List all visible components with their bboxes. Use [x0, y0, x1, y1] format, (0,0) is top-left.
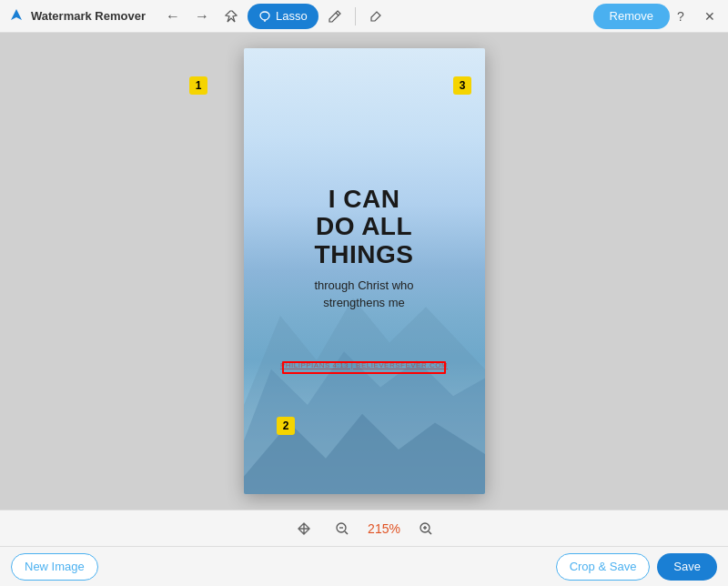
badge-1: 1 [189, 76, 207, 95]
svg-line-10 [429, 531, 431, 534]
zoom-in-button[interactable] [415, 518, 437, 540]
toolbar-separator [355, 7, 356, 25]
toolbar: ← → Lasso Remove [160, 4, 670, 29]
pan-button[interactable] [291, 516, 317, 541]
crop-save-button[interactable]: Crop & Save [556, 553, 651, 581]
close-button[interactable]: ✕ [699, 5, 721, 27]
app-title: Watermark Remover [31, 9, 146, 23]
image-text-block: I CAN DO ALL THINGS through Christ whost… [296, 186, 431, 312]
back-button[interactable]: ← [160, 4, 186, 29]
lasso-label: Lasso [276, 9, 308, 23]
erase-button[interactable] [363, 4, 389, 29]
footer-right-buttons: Crop & Save Save [556, 553, 717, 581]
zoom-out-button[interactable] [331, 518, 353, 540]
main-text-line1: I CAN DO ALL THINGS [314, 186, 413, 269]
badge-2: 2 [277, 417, 295, 435]
svg-marker-0 [11, 9, 22, 20]
new-image-button[interactable]: New Image [11, 553, 98, 581]
titlebar: Watermark Remover ← → Lasso [0, 0, 728, 33]
remove-button[interactable]: Remove [593, 4, 670, 29]
canvas-area: 1 3 I CAN DO ALL THINGS through [0, 33, 728, 510]
save-button[interactable]: Save [657, 553, 717, 581]
watermark-text: PHILIPPIANS 4:13 | BELIEVERSFEVER.COM [280, 361, 448, 369]
window-controls: ? ✕ [670, 5, 721, 27]
zoom-toolbar: 215% [0, 510, 728, 546]
svg-line-6 [345, 531, 348, 534]
badge-3: 3 [453, 76, 471, 95]
footer: New Image Crop & Save Save [0, 546, 728, 586]
lasso-button[interactable]: Lasso [248, 4, 318, 29]
sub-text: through Christ whostrengthens me [314, 277, 413, 312]
app-logo [7, 7, 25, 25]
forward-button[interactable]: → [189, 4, 215, 29]
help-button[interactable]: ? [670, 5, 692, 27]
pin-button[interactable] [218, 4, 244, 29]
zoom-level: 215% [368, 521, 400, 536]
pen-button[interactable] [322, 4, 348, 29]
